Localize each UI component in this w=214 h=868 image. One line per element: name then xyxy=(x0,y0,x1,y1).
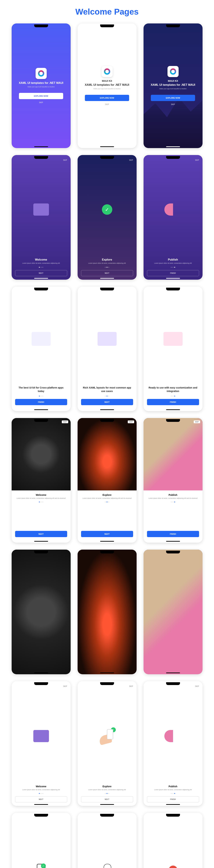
explore-button[interactable]: EXPLORE NOW xyxy=(151,95,195,101)
notch xyxy=(100,156,114,159)
finish-button[interactable]: FINISH xyxy=(147,796,199,802)
page-indicator xyxy=(81,396,133,397)
phone-r7c2: Explore Lorem ipsum dolor sit amet, cons… xyxy=(78,813,136,868)
title: XAML UI templates for .NET MAUI xyxy=(85,83,129,87)
skip-link[interactable]: SKIP xyxy=(147,159,199,161)
phone-r4c3: SKIP Publish Lorem ipsum dolor sit amet,… xyxy=(144,418,203,543)
finish-button[interactable]: FINISH xyxy=(147,270,199,276)
illustration xyxy=(15,292,67,386)
next-button[interactable]: NEXT xyxy=(15,796,67,802)
phone-r2c3: SKIP Publish Lorem ipsum dolor sit amet,… xyxy=(144,155,203,280)
phone-r6c1: SKIP Welcome Lorem ipsum dolor sit amet,… xyxy=(12,681,71,806)
desc: Lorem ipsum dolor sit amet, consectetur … xyxy=(81,262,133,264)
desc: Lorem ipsum dolor sit amet, consectetur … xyxy=(15,789,67,790)
phone-r6c3: SKIP Publish Lorem ipsum dolor sit amet,… xyxy=(144,681,203,806)
notch xyxy=(34,419,48,422)
phone-grid: XAML UI templates for .NET MAUI Make you… xyxy=(12,24,203,868)
desc: Lorem ipsum dolor sit amet, consectetur … xyxy=(147,262,199,264)
page-indicator xyxy=(15,267,67,268)
notch xyxy=(34,682,48,685)
skip-link[interactable]: SKIP xyxy=(81,159,133,161)
home-bar xyxy=(34,804,48,805)
illustration: ✓ xyxy=(81,687,133,785)
page-indicator xyxy=(81,793,133,794)
phone-r5c3: Publish Lorem ipsum dolor sit amet, cons… xyxy=(144,550,203,674)
phone-r4c1: SKIP Welcome Lorem ipsum dolor sit amet,… xyxy=(12,418,71,543)
home-bar xyxy=(166,409,180,410)
phone-r2c2: SKIP ✓ Explore Lorem ipsum dolor sit ame… xyxy=(78,155,136,280)
skip-link[interactable]: SKIP xyxy=(15,159,67,161)
home-bar xyxy=(100,146,114,147)
notch xyxy=(166,156,180,159)
hero-image: SKIP xyxy=(12,418,71,490)
notch xyxy=(34,814,48,817)
phone-r1c3: MAUI Kit XAML UI templates for .NET MAUI… xyxy=(144,24,203,148)
next-button[interactable]: NEXT xyxy=(81,796,133,802)
notch xyxy=(100,551,114,553)
page-indicator xyxy=(147,396,199,397)
subtitle: MAUI Kit xyxy=(168,80,178,82)
logo-icon xyxy=(101,66,113,77)
hero-image: SKIP xyxy=(78,418,136,490)
title: Welcome xyxy=(15,785,67,788)
phone-r6c2: SKIP ✓ Explore Lorem ipsum dolor sit ame… xyxy=(78,681,136,806)
desc: Make your app look beautiful & intuitive xyxy=(159,88,187,90)
skip-button[interactable]: SKIP xyxy=(62,421,68,423)
explore-button[interactable]: EXPLORE NOW xyxy=(85,95,129,101)
home-bar xyxy=(100,541,114,541)
illustration: ✓ xyxy=(81,161,133,258)
notch xyxy=(166,814,180,817)
next-button[interactable]: NEXT xyxy=(15,270,67,276)
finish-button[interactable]: FINISH xyxy=(15,399,67,405)
title: XAML UI templates for .NET MAUI xyxy=(19,82,63,85)
notch xyxy=(34,25,48,27)
skip-link[interactable]: SKIP xyxy=(147,685,199,687)
title: Welcome xyxy=(15,258,67,261)
skip-link[interactable]: SKIP xyxy=(171,103,175,105)
next-button[interactable]: NEXT xyxy=(81,270,133,276)
next-button[interactable]: NEXT xyxy=(81,531,133,537)
home-bar xyxy=(34,409,48,410)
page-indicator xyxy=(147,793,199,794)
notch xyxy=(166,419,180,422)
phone-r5c1: Welcome Lorem ipsum dolor sit amet, cons… xyxy=(12,550,71,674)
home-bar xyxy=(100,278,114,279)
notch xyxy=(100,419,114,422)
phone-r1c1: XAML UI templates for .NET MAUI Make you… xyxy=(12,24,71,148)
home-bar xyxy=(166,541,180,541)
page-indicator xyxy=(147,267,199,268)
skip-button[interactable]: SKIP xyxy=(128,421,134,423)
page-title: Welcome Pages xyxy=(3,7,211,17)
home-bar xyxy=(166,673,180,673)
explore-button[interactable]: EXPLORE NOW xyxy=(19,93,63,99)
phone-r5c2: Explore Lorem ipsum dolor sit amet, cons… xyxy=(78,550,136,674)
illustration xyxy=(147,161,199,258)
hero-image xyxy=(12,550,71,614)
skip-link[interactable]: SKIP xyxy=(39,101,43,103)
desc: Lorem ipsum dolor sit amet, consectetur … xyxy=(81,789,133,790)
skip-link[interactable]: SKIP xyxy=(15,685,67,687)
home-bar xyxy=(100,409,114,410)
desc: Lorem ipsum dolor sit amet, consectetur … xyxy=(81,497,133,499)
title: Explore xyxy=(81,258,133,261)
title: Publish xyxy=(147,258,199,261)
phone-r3c3: Ready to use with easy customization and… xyxy=(144,287,203,411)
skip-link[interactable]: SKIP xyxy=(81,685,133,687)
finish-button[interactable]: FINISH xyxy=(147,399,199,405)
skip-link[interactable]: SKIP xyxy=(105,103,109,105)
title: Ready to use with easy customization and… xyxy=(147,386,199,393)
skip-button[interactable]: SKIP xyxy=(194,421,200,423)
notch xyxy=(100,682,114,685)
next-button[interactable]: NEXT xyxy=(81,399,133,405)
phone-r4c2: SKIP Explore Lorem ipsum dolor sit amet,… xyxy=(78,418,136,543)
notch xyxy=(100,288,114,290)
next-button[interactable]: NEXT xyxy=(15,531,67,537)
title: XAML UI templates for .NET MAUI xyxy=(151,83,195,87)
home-bar xyxy=(34,673,48,673)
illustration xyxy=(147,687,199,785)
finish-button[interactable]: FINISH xyxy=(147,531,199,537)
title: Rich XAML layouts for most common app us… xyxy=(81,386,133,393)
desc: Lorem ipsum dolor sit amet, consectetur … xyxy=(15,262,67,264)
phone-r7c1: ✓ Welcome Lorem ipsum dolor sit amet, co… xyxy=(12,813,71,868)
title: Publish xyxy=(147,494,199,496)
